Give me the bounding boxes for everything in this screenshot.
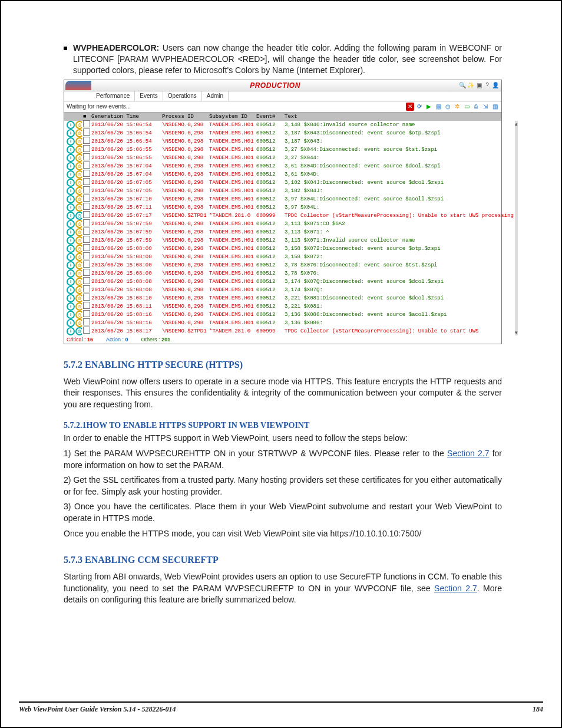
table-row[interactable]: i◷2013/06/20 15:08:08\NSDEMO.0,298TANDEM…	[64, 278, 515, 286]
row-checkbox[interactable]	[83, 236, 90, 243]
row-checkbox[interactable]	[83, 137, 90, 144]
row-checkbox[interactable]	[83, 302, 90, 309]
wand-icon[interactable]: ✨	[467, 82, 474, 89]
export-icon[interactable]: ⇲	[481, 103, 490, 111]
page-footer: Web ViewPoint User Guide Version 5.14 - …	[19, 701, 543, 714]
tag-icon[interactable]: ▭	[462, 103, 471, 111]
table-row[interactable]: i◷2013/06/20 15:06:55\NSDEMO.0,298TANDEM…	[64, 154, 515, 162]
table-row[interactable]: i◷2013/06/20 15:07:59\NSDEMO.0,298TANDEM…	[64, 220, 515, 228]
row-checkbox[interactable]	[83, 261, 90, 268]
close-icon[interactable]: ✕	[406, 103, 414, 111]
p-5721-step2: 2) Get the SSL certificates from a trust…	[64, 475, 502, 498]
row-checkbox[interactable]	[83, 186, 90, 193]
row-checkbox[interactable]	[83, 252, 90, 259]
p-572-1: Web ViewPoint now offers users to operat…	[64, 376, 502, 411]
row-checkbox[interactable]	[83, 120, 90, 127]
clock-icon: ◷	[75, 311, 82, 319]
row-checkbox[interactable]	[83, 129, 90, 136]
table-row[interactable]: i◷2013/06/20 15:08:16\NSDEMO.0,298TANDEM…	[64, 319, 515, 327]
tab-performance[interactable]: Performance	[91, 91, 135, 101]
status-text: Waiting for new events...	[64, 103, 406, 110]
row-checkbox[interactable]	[83, 153, 90, 160]
window-icon[interactable]: ▣	[475, 82, 482, 89]
link-section-2-7-b[interactable]: Section 2.7	[434, 584, 477, 593]
row-checkbox[interactable]	[83, 145, 90, 152]
row-checkbox[interactable]	[83, 228, 90, 235]
table-header: ■ Generation Time Process ID Subsystem I…	[64, 113, 501, 121]
info-icon: i	[67, 302, 75, 311]
table-row[interactable]: i◷2013/06/20 15:06:54\NSDEMO.0,298TANDEM…	[64, 129, 515, 137]
table-row[interactable]: i◷2013/06/20 15:06:54\NSDEMO.0,298TANDEM…	[64, 137, 515, 146]
table-row[interactable]: i◷2013/06/20 15:08:16\NSDEMO.0,298TANDEM…	[64, 311, 515, 319]
clock-icon: ◷	[75, 286, 82, 294]
info-icon: i	[67, 269, 75, 278]
info-icon: i	[67, 261, 75, 269]
table-row[interactable]: i◷2013/06/20 15:07:17\NSDEMO.$ZTPD1*TAND…	[64, 212, 515, 220]
gear-icon[interactable]: ✲	[453, 103, 461, 111]
info-icon: i	[67, 319, 75, 327]
clock-icon: ◷	[75, 245, 82, 253]
row-checkbox[interactable]	[83, 203, 90, 210]
footer-counts: Critical : 16 Action : 0 Others : 201	[64, 335, 501, 344]
search-icon[interactable]: 🔍	[459, 82, 466, 89]
user-icon[interactable]: 👤	[492, 82, 499, 89]
screenshot-production: PRODUCTION 🔍 ✨ ▣ ? 👤 Performance Events …	[64, 80, 502, 344]
table-row[interactable]: i◷2013/06/20 15:07:59\NSDEMO.0,298TANDEM…	[64, 228, 515, 236]
scrollbar[interactable]: ▴▾	[515, 121, 518, 335]
header-title: PRODUCTION	[91, 81, 459, 90]
clock-icon: ◷	[75, 278, 82, 286]
row-checkbox[interactable]	[83, 244, 90, 251]
row-checkbox[interactable]	[83, 285, 90, 292]
columns-icon[interactable]: ▥	[491, 103, 499, 111]
table-row[interactable]: i◷2013/06/20 15:07:59\NSDEMO.0,298TANDEM…	[64, 236, 515, 245]
filter-icon[interactable]: ▤	[434, 103, 442, 111]
clock-icon[interactable]: ◷	[444, 103, 452, 111]
table-row[interactable]: i◷2013/06/20 15:06:54\NSDEMO.0,298TANDEM…	[64, 121, 515, 129]
tab-events[interactable]: Events	[135, 91, 163, 101]
link-section-2-7[interactable]: Section 2.7	[447, 449, 489, 458]
clock-icon: ◷	[75, 195, 82, 203]
heading-5721: 5.7.2.1HOW TO ENABLE HTTPS SUPPORT IN WE…	[64, 421, 502, 430]
row-checkbox[interactable]	[83, 310, 90, 317]
row-checkbox[interactable]	[83, 219, 90, 226]
p-5721-step3: 3) Once you have the certificates. Place…	[64, 501, 502, 524]
clock-icon: ◷	[75, 212, 82, 220]
row-checkbox[interactable]	[83, 195, 90, 202]
info-icon: i	[67, 121, 75, 129]
clock-icon: ◷	[75, 170, 82, 179]
row-checkbox[interactable]	[83, 318, 90, 325]
table-row[interactable]: i◷2013/06/20 15:08:10\NSDEMO.0,298TANDEM…	[64, 294, 515, 302]
table-row[interactable]: i◷2013/06/20 15:07:04\NSDEMO.0,298TANDEM…	[64, 170, 515, 179]
tab-admin[interactable]: Admin	[202, 91, 229, 101]
help-icon[interactable]: ?	[484, 82, 491, 89]
table-row[interactable]: i◷2013/06/20 15:07:10\NSDEMO.0,298TANDEM…	[64, 195, 515, 203]
play-icon[interactable]: ▶	[425, 103, 433, 111]
table-row[interactable]: i◷2013/06/20 15:07:04\NSDEMO.0,298TANDEM…	[64, 162, 515, 170]
refresh-icon[interactable]: ⟳	[415, 103, 424, 111]
row-checkbox[interactable]	[83, 294, 90, 301]
info-icon: i	[67, 137, 75, 146]
table-row[interactable]: i◷2013/06/20 15:07:05\NSDEMO.0,298TANDEM…	[64, 187, 515, 195]
row-checkbox[interactable]	[83, 162, 90, 169]
clock-icon: ◷	[75, 261, 82, 269]
table-row[interactable]: i◷2013/06/20 15:08:08\NSDEMO.0,298TANDEM…	[64, 286, 515, 294]
table-row[interactable]: i◷2013/06/20 15:08:00\NSDEMO.0,298TANDEM…	[64, 245, 515, 253]
table-row[interactable]: i◷2013/06/20 15:08:11\NSDEMO.0,298TANDEM…	[64, 302, 515, 311]
tab-operations[interactable]: Operations	[163, 91, 202, 101]
row-checkbox[interactable]	[83, 178, 90, 185]
row-checkbox[interactable]	[83, 211, 90, 218]
table-row[interactable]: i◷2013/06/20 15:08:00\NSDEMO.0,298TANDEM…	[64, 269, 515, 278]
table-row[interactable]: i◷2013/06/20 15:07:11\NSDEMO.0,298TANDEM…	[64, 203, 515, 212]
table-row[interactable]: i◷2013/06/20 15:08:00\NSDEMO.0,298TANDEM…	[64, 253, 515, 261]
row-checkbox[interactable]	[83, 327, 90, 334]
row-checkbox[interactable]	[83, 269, 90, 276]
table-row[interactable]: i◷2013/06/20 15:08:00\NSDEMO.0,298TANDEM…	[64, 261, 515, 269]
row-checkbox[interactable]	[83, 277, 90, 284]
table-row[interactable]: i◷2013/06/20 15:08:17\NSDEMO.$ZTPD1*TAND…	[64, 327, 515, 335]
print-icon[interactable]: ⎙	[472, 103, 480, 111]
table-row[interactable]: i◷2013/06/20 15:06:55\NSDEMO.0,298TANDEM…	[64, 146, 515, 154]
clock-icon: ◷	[75, 137, 82, 146]
p-5721-step1: 1) Set the PARAM WVPSECUREHTTP ON in you…	[64, 448, 502, 471]
row-checkbox[interactable]	[83, 170, 90, 177]
table-row[interactable]: i◷2013/06/20 15:07:05\NSDEMO.0,298TANDEM…	[64, 179, 515, 187]
